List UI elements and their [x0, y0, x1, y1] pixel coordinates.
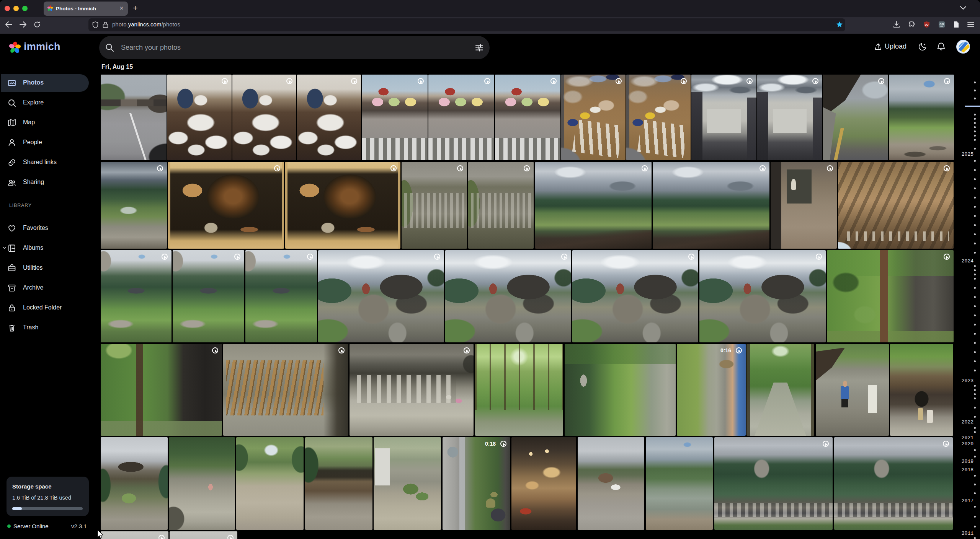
svg-text:uO: uO	[925, 23, 929, 26]
